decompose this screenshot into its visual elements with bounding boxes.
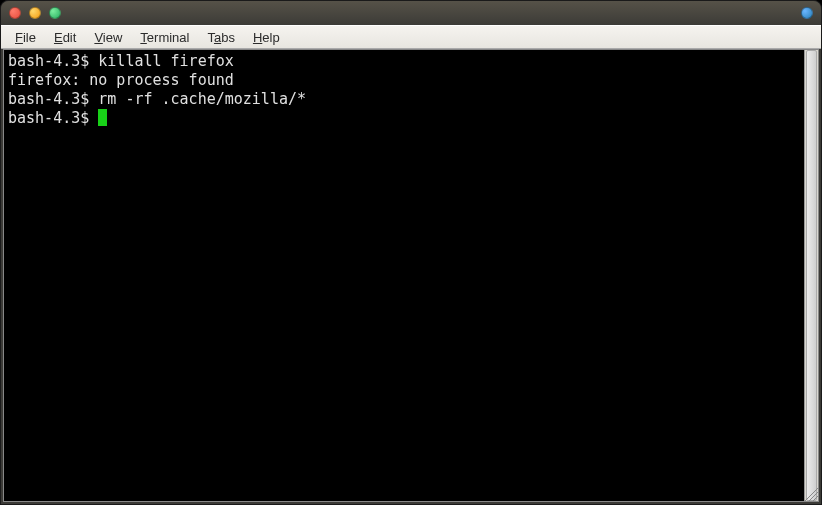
terminal-line: bash-4.3$ xyxy=(8,109,800,128)
menu-view[interactable]: View xyxy=(86,28,130,47)
info-icon[interactable] xyxy=(801,7,813,19)
terminal-line: firefox: no process found xyxy=(8,71,800,90)
terminal-output[interactable]: bash-4.3$ killall firefoxfirefox: no pro… xyxy=(4,50,804,501)
menu-terminal[interactable]: Terminal xyxy=(132,28,197,47)
terminal-line: bash-4.3$ killall firefox xyxy=(8,52,800,71)
terminal-area: bash-4.3$ killall firefoxfirefox: no pro… xyxy=(3,49,819,502)
terminal-line: bash-4.3$ rm -rf .cache/mozilla/* xyxy=(8,90,800,109)
close-icon[interactable] xyxy=(9,7,21,19)
cursor-block xyxy=(98,109,107,126)
menu-edit[interactable]: Edit xyxy=(46,28,84,47)
menubar: File Edit View Terminal Tabs Help xyxy=(1,25,821,49)
menu-file[interactable]: File xyxy=(7,28,44,47)
maximize-icon[interactable] xyxy=(49,7,61,19)
window-controls xyxy=(9,7,61,19)
titlebar[interactable] xyxy=(1,1,821,25)
terminal-window: File Edit View Terminal Tabs Help bash-4… xyxy=(0,0,822,505)
scrollbar-thumb[interactable] xyxy=(806,50,817,501)
menu-tabs[interactable]: Tabs xyxy=(199,28,242,47)
resize-grip-icon[interactable] xyxy=(804,487,818,501)
minimize-icon[interactable] xyxy=(29,7,41,19)
menu-help[interactable]: Help xyxy=(245,28,288,47)
scrollbar[interactable] xyxy=(804,50,818,501)
